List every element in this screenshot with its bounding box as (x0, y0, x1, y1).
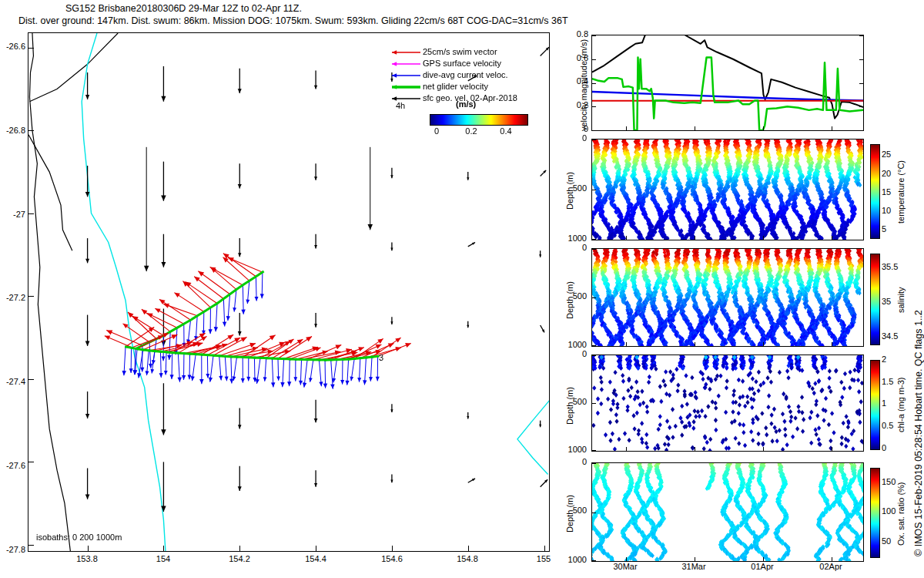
chl-cb-tick: 1.5 (882, 377, 893, 387)
depth-ytick: 0 (561, 349, 587, 359)
ox-cb-tick: 100 (882, 506, 896, 516)
map-xtick: 154.2 (223, 554, 256, 564)
map-colorbar-tick: 0.4 (497, 126, 514, 136)
map-ytick: -27 (0, 210, 25, 220)
chlorophyll-panel (591, 355, 864, 452)
chlorophyll-colorbar (870, 360, 880, 450)
temp-cb-tick: 15 (882, 187, 891, 197)
dive-number-label: 3 (379, 353, 383, 363)
ox-cb-tick: 50 (882, 536, 891, 546)
legend-diveavg-current: dive-avg current veloc. (423, 70, 508, 80)
figure-title: SG152 Brisbane20180306D 29-Mar 12Z to 02… (65, 3, 302, 15)
depth-ytick: 1000 (561, 555, 587, 565)
depth-ytick: 0 (561, 243, 587, 253)
temp-cb-label: temperature (°C) (896, 160, 906, 223)
map-xtick: 154 (146, 554, 180, 564)
oxygen-panel (591, 462, 864, 562)
chl-cb-tick: 1 (882, 398, 886, 408)
glider-mission-figure: { "ui": { "title": { "line1": "SG152 Bri… (0, 0, 924, 578)
imos-watermark: © IMOS 15-Feb-2019 05:28:54 Hobart time.… (913, 310, 924, 556)
map-velocity-colorbar (430, 114, 528, 126)
ox-cb-label: Ox. sat. ratio (%) (896, 482, 906, 546)
depth-ytick: 500 (561, 506, 587, 516)
date-tick: 02Apr (812, 562, 850, 572)
map-ytick: -26.8 (0, 126, 25, 136)
temp-cb-tick: 20 (882, 169, 891, 179)
map-ytick: -27.8 (0, 545, 25, 555)
temperature-panel (591, 139, 864, 240)
sal-cb-tick: 35 (882, 297, 891, 307)
map-ytick: -27.4 (0, 377, 25, 387)
map-panel (28, 32, 550, 552)
velocity-magnitude-panel (591, 35, 864, 131)
chl-cb-tick: 0.5 (882, 421, 893, 431)
map-xtick: 154.4 (299, 554, 333, 564)
sal-cb-label: salinity (896, 287, 906, 313)
map-colorbar-tick: 0.2 (463, 126, 480, 136)
legend-swim-vector: 25cm/s swim vector (423, 47, 497, 57)
map-ytick: -27.6 (0, 461, 25, 471)
chl-cb-label: chl-a (mg m-3) (896, 377, 906, 432)
sal-cb-tick: 34.5 (882, 331, 898, 341)
figure-subtitle: Dist. over ground: 147km. Dist. swum: 86… (18, 15, 568, 27)
velocity-ytick: 0.2 (570, 100, 588, 110)
map-xtick: 154.8 (450, 554, 484, 564)
temp-cb-tick: 25 (882, 150, 891, 160)
depth-ytick: 0 (561, 457, 587, 467)
temperature-colorbar (870, 144, 880, 239)
date-tick: 30Mar (606, 562, 644, 572)
isobaths-label: isobaths: 0 200 1000m (36, 533, 122, 543)
salinity-colorbar (870, 254, 880, 345)
temp-cb-tick: 10 (882, 206, 891, 216)
oxygen-colorbar (870, 468, 880, 558)
map-xtick: 154.6 (375, 554, 409, 564)
depth-ytick: 1000 (561, 445, 587, 455)
legend-interval-label: 4h (396, 101, 405, 111)
date-tick: 01Apr (743, 562, 782, 572)
legend-gps-velocity: GPS surface velocity (423, 59, 501, 69)
legend-net-velocity: net glider velocity (423, 82, 488, 92)
map-colorbar-tick: 0 (431, 126, 442, 136)
depth-ytick: 500 (561, 183, 587, 193)
velocity-ytick: 0.6 (570, 53, 588, 63)
velocity-ytick: 0.8 (570, 29, 588, 39)
depth-ytick: 0 (561, 133, 587, 143)
ox-cb-tick: 150 (882, 477, 896, 487)
velocity-ytick: 0.4 (570, 76, 588, 86)
sal-cb-tick: 35.5 (882, 262, 898, 272)
map-ytick: -26.6 (0, 42, 25, 52)
chl-cb-tick: 0 (882, 443, 886, 453)
salinity-panel (591, 248, 864, 347)
date-tick: 31Mar (675, 562, 713, 572)
depth-ytick: 500 (561, 291, 587, 301)
temp-cb-tick: 5 (882, 224, 886, 234)
map-colorbar-title: (m/s) (456, 99, 476, 109)
chl-cb-tick: 2 (882, 355, 886, 365)
map-ytick: -27.2 (0, 293, 25, 303)
map-xtick: 155 (527, 554, 561, 564)
depth-ytick: 500 (561, 397, 587, 407)
map-xtick: 153.8 (70, 554, 104, 564)
